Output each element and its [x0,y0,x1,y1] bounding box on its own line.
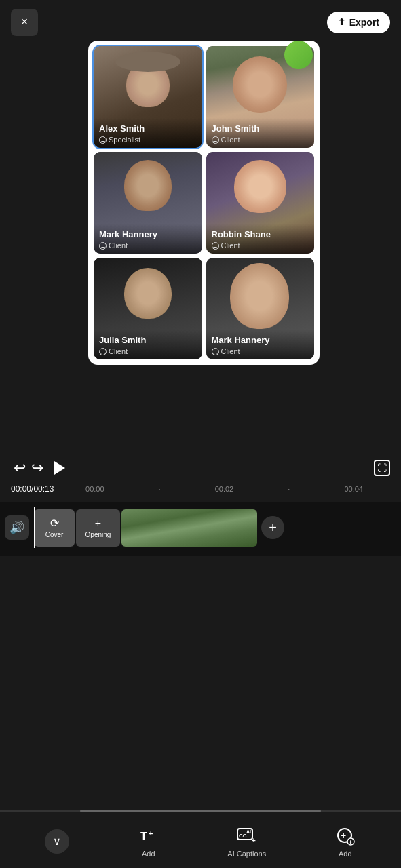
person-role-icon-john [212,136,219,144]
person-role-mark1: Client [99,241,197,250]
audio-track: 🔊 [0,507,34,548]
svg-text:CC: CC [239,833,247,839]
cover-label: Cover [45,531,64,538]
playhead [34,507,35,548]
collapse-button[interactable]: ∨ [45,829,69,854]
avatar-circle [284,41,313,69]
person-role-john: Client [212,136,309,144]
person-role-mark2: Client [212,347,309,355]
fullscreen-button[interactable]: ⛶ [374,460,390,476]
add-text-button[interactable]: T + Add [138,825,159,858]
person-name-alex: Alex Smith [99,123,197,134]
video-clip-thumb[interactable] [121,509,257,547]
time-display: 00:00/00:13 [11,484,58,494]
add-media-icon: + + [335,825,356,847]
total-time: 00:13 [33,484,54,494]
timeline-tracks: 🔊 ⟳ Cover + Opening + [0,502,401,556]
ruler-mark-0: 00:00 [85,485,104,493]
redo-button[interactable]: ↪ [28,456,46,479]
person-role-icon-julia [99,348,107,355]
ruler-dot-1: · [159,485,161,493]
add-clip-icon: + [269,520,277,536]
person-role-robbin: Client [212,241,309,250]
opening-icon: + [95,517,101,530]
person-role-icon-mark2 [212,348,219,355]
ruler-mark-2: 00:04 [344,485,363,493]
speaker-icon[interactable]: 🔊 [5,515,29,540]
person-name-john: John Smith [212,123,309,134]
add-clip-button[interactable]: + [261,516,284,539]
person-selector-popup: Alex Smith Specialist John Smith Client [88,41,320,365]
ai-captions-icon: CC AI + [236,825,258,847]
person-info-john: John Smith Client [206,118,315,148]
add-media-label: Add [339,850,352,858]
person-info-robbin: Robbin Shane Client [206,224,315,254]
person-card-alex-smith[interactable]: Alex Smith Specialist [94,46,202,148]
person-role-alex: Specialist [99,136,197,144]
top-bar: × ⬆ Export [0,0,401,44]
opening-thumb[interactable]: + Opening [76,509,120,547]
cover-thumb[interactable]: ⟳ Cover [34,509,75,547]
ai-captions-label: AI Captions [227,850,266,858]
person-name-robbin: Robbin Shane [212,229,309,240]
person-card-julia-smith[interactable]: Julia Smith Client [94,258,202,359]
person-card-mark-hannery-1[interactable]: Mark Hannery Client [94,152,202,254]
person-name-mark1: Mark Hannery [99,229,197,240]
ruler-mark-1: 00:02 [215,485,234,493]
play-icon [54,461,65,475]
ruler-marks: 00:00 · 00:02 · 00:04 [58,485,390,493]
person-info-mark1: Mark Hannery Client [94,224,202,254]
person-info-julia: Julia Smith Client [94,330,202,359]
play-button[interactable] [46,456,71,480]
svg-text:+: + [341,830,346,841]
bottom-toolbar: ∨ T + Add CC AI + AI Captions + [0,814,401,868]
close-button[interactable]: × [11,9,38,36]
video-thumb-visual [121,509,257,547]
svg-text:+: + [149,829,153,837]
person-role-julia: Client [99,347,197,355]
tracks-scroll: ⟳ Cover + Opening + [34,507,401,548]
add-text-icon: T + [138,825,159,847]
export-icon: ⬆ [338,17,345,27]
person-name-julia: Julia Smith [99,335,197,346]
undo-button[interactable]: ↩ [11,456,28,479]
person-name-mark2: Mark Hannery [212,335,309,346]
close-icon: × [21,15,28,29]
svg-text:AI: AI [246,829,251,834]
svg-text:T: T [140,831,147,842]
add-media-button[interactable]: + + Add [335,825,356,858]
export-button[interactable]: ⬆ Export [327,12,390,33]
ruler-dot-2: · [288,485,290,493]
svg-text:+: + [252,837,256,844]
timeline-ruler: 00:00/00:13 00:00 · 00:02 · 00:04 [0,481,401,496]
chevron-down-icon: ∨ [53,835,61,848]
current-time: 00:00 [11,484,31,494]
cover-icon: ⟳ [50,517,59,530]
person-card-mark-hannery-2[interactable]: Mark Hannery Client [206,258,315,359]
ai-captions-button[interactable]: CC AI + AI Captions [227,825,266,858]
add-text-label: Add [142,850,155,858]
scrollbar-thumb [80,810,321,812]
timeline-scrollbar[interactable] [0,810,401,812]
svg-text:+: + [349,839,352,846]
person-grid: Alex Smith Specialist John Smith Client [94,46,314,359]
person-card-robbin-shane[interactable]: Robbin Shane Client [206,152,315,254]
person-role-icon-alex [99,136,107,144]
person-role-icon-mark1 [99,242,107,250]
opening-label: Opening [85,531,111,538]
person-info-mark2: Mark Hannery Client [206,330,315,359]
export-label: Export [349,17,379,28]
person-info-alex: Alex Smith Specialist [94,118,202,148]
person-role-icon-robbin [212,242,219,250]
